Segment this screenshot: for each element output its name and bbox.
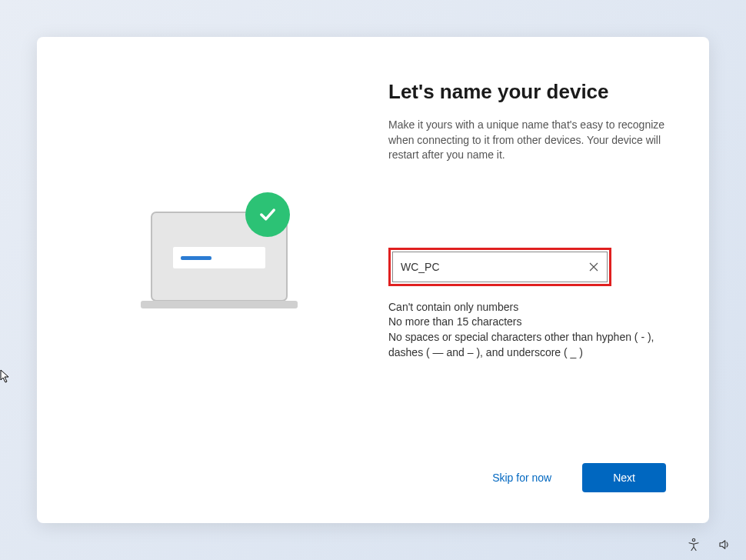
setup-dialog: Let's name your device Make it yours wit…: [37, 37, 709, 523]
input-hints: Can't contain only numbers No more than …: [388, 300, 666, 360]
form-pane: Let's name your device Make it yours wit…: [388, 80, 666, 448]
svg-rect-2: [141, 301, 298, 308]
laptop-illustration: [135, 205, 304, 323]
check-icon: [257, 204, 278, 225]
mouse-cursor: [0, 369, 12, 382]
page-subtitle: Make it yours with a unique name that's …: [388, 118, 666, 163]
device-name-field-container: [392, 252, 608, 282]
hint-line-1: Can't contain only numbers: [388, 300, 666, 315]
input-highlight-box: [388, 248, 611, 286]
page-title: Let's name your device: [388, 80, 666, 104]
illustration-pane: [80, 80, 358, 448]
taskbar-tray: [686, 537, 732, 552]
close-icon: [589, 262, 598, 272]
skip-button[interactable]: Skip for now: [492, 472, 551, 484]
svg-rect-4: [181, 256, 211, 260]
clear-input-button[interactable]: [588, 262, 599, 272]
volume-icon[interactable]: [717, 537, 732, 552]
next-button[interactable]: Next: [582, 463, 666, 492]
svg-point-5: [692, 538, 694, 541]
dialog-footer: Skip for now Next: [80, 448, 666, 492]
hint-line-3: No spaces or special characters other th…: [388, 330, 666, 360]
dialog-content: Let's name your device Make it yours wit…: [80, 80, 666, 448]
checkmark-badge: [245, 192, 290, 237]
device-name-input[interactable]: [401, 261, 588, 273]
accessibility-icon[interactable]: [686, 537, 701, 552]
hint-line-2: No more than 15 characters: [388, 315, 666, 330]
